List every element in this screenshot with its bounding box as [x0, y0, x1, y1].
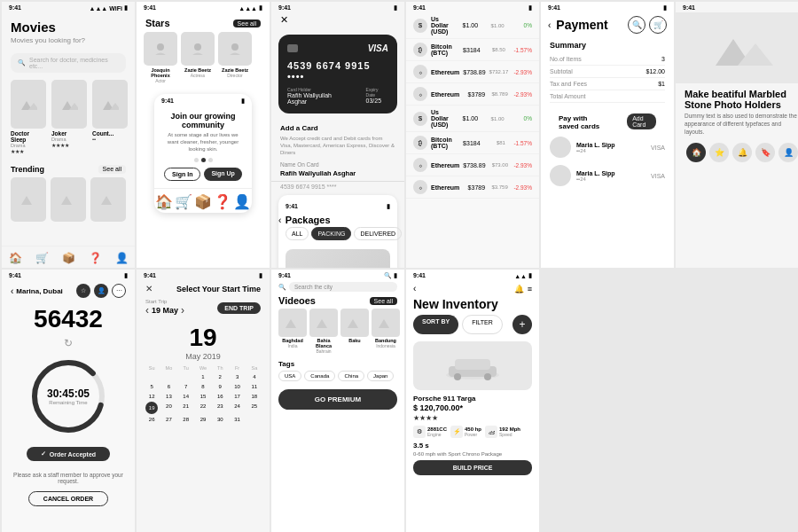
- movie-item[interactable]: Doctor Sleep Drama ★★★: [11, 80, 46, 154]
- trending-card[interactable]: [90, 177, 126, 222]
- order-status-badge: ✓ Order Accepted: [27, 447, 110, 461]
- prev-arrow[interactable]: ‹: [145, 304, 149, 317]
- svg-marker-21: [379, 319, 389, 328]
- crypto-row[interactable]: ₿ Bitcoin (BTC) $3184 $81 -1.57%: [406, 132, 539, 154]
- next-arrow[interactable]: ›: [181, 304, 184, 317]
- back-button[interactable]: ‹: [11, 286, 13, 296]
- inventory-controls: SORT BY FILTER +: [406, 315, 539, 340]
- crypto-row[interactable]: $ Us Dollar (USD) $1.00 $1.00 0%: [406, 106, 539, 132]
- movie-item[interactable]: Count... ••: [92, 80, 128, 154]
- see-all-button[interactable]: See all: [233, 20, 261, 27]
- search-icon[interactable]: 🔍: [384, 272, 392, 279]
- crypto-row[interactable]: ₿ Bitcoin (BTC) $3184 $8.50 -1.57%: [406, 39, 539, 61]
- tag-usa[interactable]: USA: [278, 371, 301, 381]
- signup-button[interactable]: Sign Up: [204, 168, 241, 181]
- calendar-screen: 9:41 ▮ ✕ Select Your Start Time Start Tr…: [137, 270, 270, 532]
- bookmark-icon[interactable]: 🔖: [755, 143, 775, 162]
- crypto-row[interactable]: ⬦ Ethereum $3789 $8.789 -2.93%: [406, 83, 539, 106]
- tab-delivered[interactable]: DELIVERED: [354, 227, 402, 240]
- star-icon[interactable]: ☆: [76, 284, 90, 298]
- inner-battery: ▮: [241, 98, 245, 105]
- crypto-change: -2.93%: [512, 184, 532, 191]
- trending-card[interactable]: [51, 177, 86, 222]
- inventory-action-icons: 🔔 ≡: [514, 285, 532, 293]
- tag-china[interactable]: China: [338, 371, 364, 381]
- nav-box-icon[interactable]: 📦: [62, 252, 75, 264]
- crypto-icon: ⬦: [413, 65, 427, 79]
- crypto-row[interactable]: $ Us Dollar (USD) $1.00 $1.00 0%: [406, 12, 539, 39]
- packages-header: ‹ Packages: [278, 211, 397, 227]
- sort-by-button[interactable]: SORT BY: [413, 315, 458, 334]
- video-card[interactable]: Baghdad India: [278, 309, 307, 354]
- nav-home-icon[interactable]: 🏠: [9, 252, 22, 264]
- cancel-order-button[interactable]: CANCEL ORDER: [28, 491, 108, 506]
- nav-help-icon[interactable]: ❓: [89, 252, 102, 264]
- back-button[interactable]: ‹: [548, 20, 551, 30]
- crypto-name: Ethereum: [431, 91, 459, 98]
- nav-profile-icon[interactable]: 👤: [115, 252, 129, 264]
- star-card[interactable]: Joaquin Phoenix Actor: [144, 32, 177, 83]
- join-buttons: Sign In Sign Up: [163, 168, 243, 181]
- battery-icon: ▮: [259, 272, 262, 279]
- end-trip-button[interactable]: END TRIP: [217, 302, 261, 314]
- filter-button[interactable]: FILTER: [462, 315, 503, 334]
- movies-screen: 9:41 ▲▲▲ WiFi ▮ Movies Movies you lookin…: [2, 2, 135, 268]
- search-city-placeholder[interactable]: Search the city: [289, 282, 397, 292]
- star-icon[interactable]: ⭐: [709, 143, 729, 162]
- menu-icon[interactable]: ≡: [528, 285, 532, 293]
- trending-card[interactable]: [11, 177, 46, 222]
- video-card[interactable]: Bandung Indonesia: [372, 309, 400, 354]
- star-card[interactable]: Zazie Beetz Actress: [181, 32, 215, 83]
- nav-icon[interactable]: 📦: [194, 193, 212, 210]
- crypto-change: -2.93%: [512, 69, 532, 75]
- home-icon[interactable]: 🏠: [686, 143, 706, 162]
- see-all-button[interactable]: See all: [370, 297, 397, 305]
- tag-japan[interactable]: Japan: [367, 371, 394, 381]
- crypto-name: Ethereum: [431, 162, 459, 168]
- crypto-price: $1.00: [452, 22, 478, 28]
- movies-search[interactable]: 🔍 Search for doctor, medicines etc...: [11, 53, 126, 73]
- nav-cart-icon[interactable]: 🛒: [35, 252, 49, 264]
- timer-screen: 9:41 ▮ ‹ Marina, Dubai ☆ 👤 ⋯ 56432 ↻ 30:…: [2, 270, 135, 532]
- bell-icon[interactable]: 🔔: [514, 285, 524, 293]
- video-card[interactable]: Baku: [340, 309, 369, 354]
- premium-button[interactable]: GO PREMIUM: [278, 389, 397, 410]
- build-price-button[interactable]: BUILD PRICE: [413, 460, 532, 475]
- tag-canada[interactable]: Canada: [304, 371, 335, 381]
- back-button[interactable]: ‹: [413, 284, 416, 293]
- close-button[interactable]: ✕: [145, 284, 153, 293]
- profile-icon[interactable]: 👤: [778, 143, 798, 162]
- crypto-row[interactable]: ⬦ Ethereum $738.89 $73.00 -2.93%: [406, 154, 539, 176]
- tab-all[interactable]: ALL: [286, 227, 309, 240]
- add-card-button[interactable]: Add Card: [627, 113, 656, 129]
- crypto-price: $3184: [456, 47, 481, 53]
- month-year: May 2019: [137, 352, 270, 361]
- close-icon[interactable]: ✕: [271, 12, 404, 27]
- nav-icon[interactable]: 🛒: [175, 193, 192, 210]
- see-all-button[interactable]: See all: [98, 165, 126, 174]
- engine-icon: ⚙: [413, 426, 426, 438]
- tab-packing[interactable]: PACKING: [311, 227, 351, 240]
- crypto-row[interactable]: ⬦ Ethereum $738.89 $732.17 -2.93%: [406, 61, 539, 83]
- crypto-row[interactable]: ⬦ Ethereum $3789 $3.759 -2.93%: [406, 176, 539, 199]
- back-button[interactable]: ‹: [278, 215, 281, 225]
- refresh-icon[interactable]: ↻: [2, 337, 135, 349]
- add-button[interactable]: +: [512, 315, 532, 334]
- inventory-title: New Inventory: [406, 295, 539, 315]
- star-card[interactable]: Zazie Beetz Director: [218, 32, 252, 83]
- video-card[interactable]: Bahia Blanca Bahrain: [309, 309, 338, 354]
- nav-icon[interactable]: ❓: [214, 193, 231, 210]
- cart-icon[interactable]: 🛒: [649, 16, 667, 34]
- movie-list: Doctor Sleep Drama ★★★ Joker Drama ★★★★ …: [2, 80, 135, 161]
- card-item[interactable]: Maria L. Sipp ••24 VISA: [541, 133, 674, 161]
- spec-speed: 🏎 192 Mph Speed: [485, 426, 520, 438]
- bell-icon[interactable]: 🔔: [732, 143, 752, 162]
- more-icon[interactable]: ⋯: [112, 284, 126, 298]
- nav-icon[interactable]: 👤: [233, 193, 251, 210]
- search-icon[interactable]: 🔍: [628, 16, 645, 34]
- movie-item[interactable]: Joker Drama ★★★★: [51, 80, 87, 154]
- card-item[interactable]: Maria L. Sipp ••24 VISA: [541, 161, 674, 190]
- signin-button[interactable]: Sign In: [164, 168, 200, 181]
- search-icon: 🔍: [18, 59, 26, 66]
- nav-icon[interactable]: 🏠: [155, 193, 173, 210]
